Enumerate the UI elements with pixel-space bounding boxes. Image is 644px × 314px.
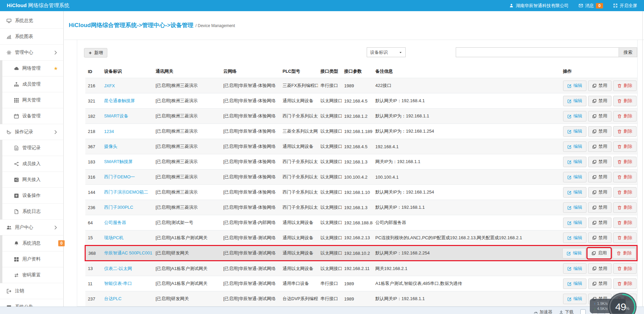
- edit-button[interactable]: 编辑: [563, 157, 586, 167]
- sidebar-item-management-records[interactable]: 管理记录: [0, 140, 63, 156]
- edit-button[interactable]: 编辑: [563, 187, 586, 198]
- device-name-link[interactable]: 1234: [104, 129, 114, 134]
- delete-button[interactable]: 删除: [613, 218, 637, 228]
- cell-remark: 默认网关IP：192.168.4.1: [373, 93, 560, 109]
- delete-button[interactable]: 删除: [613, 202, 637, 213]
- device-name-link[interactable]: 仪表二-以太网: [104, 266, 132, 271]
- sidebar-item-gateway-management[interactable]: 网关管理: [0, 92, 63, 108]
- delete-button[interactable]: 删除: [613, 232, 637, 243]
- sidebar-item-user-profile[interactable]: 用户资料: [0, 251, 63, 267]
- disable-button[interactable]: 禁用: [588, 218, 611, 228]
- delete-button[interactable]: 删除: [613, 126, 637, 137]
- messages-button[interactable]: 消息 0: [579, 3, 603, 9]
- cell-actions: 编辑禁用删除: [560, 185, 637, 200]
- disable-button[interactable]: 禁用: [588, 263, 611, 274]
- filter-field-select[interactable]: 设备标识: [367, 47, 406, 57]
- sidebar-item-member-access[interactable]: 成员接入: [0, 156, 63, 172]
- fullscreen-button[interactable]: 开启全屏: [613, 3, 637, 9]
- company-account[interactable]: 湖南华辰智通科技有限公司: [509, 3, 568, 9]
- edit-button[interactable]: 编辑: [563, 111, 586, 121]
- sidebar-item-device-operation[interactable]: 设备操作: [0, 188, 63, 204]
- device-name-link[interactable]: 昆仑通泰触摸屏: [104, 98, 135, 103]
- search-button[interactable]: 搜索: [619, 47, 637, 57]
- device-name-link[interactable]: SMART触摸屏: [104, 159, 133, 164]
- disable-button[interactable]: 禁用: [588, 232, 611, 243]
- delete-button[interactable]: 删除: [613, 157, 637, 167]
- delete-button[interactable]: 删除: [613, 278, 637, 289]
- cell-actions: 编辑禁用删除: [560, 93, 637, 109]
- edit-button[interactable]: 编辑: [563, 126, 586, 137]
- delete-button[interactable]: 删除: [613, 96, 637, 106]
- device-name-link[interactable]: 公司服务器: [104, 220, 126, 225]
- disable-button[interactable]: 禁用: [588, 187, 611, 198]
- edit-button[interactable]: 编辑: [563, 81, 586, 91]
- disable-button[interactable]: 禁用: [588, 141, 611, 152]
- device-name-link[interactable]: 西门子演示DEMO箱二: [104, 189, 148, 195]
- device-name-link[interactable]: 台达PLC: [104, 296, 122, 301]
- disable-button[interactable]: 禁用: [588, 157, 611, 167]
- browser-bar-download[interactable]: 下载: [559, 309, 574, 314]
- browser-bar-icon[interactable]: [580, 309, 586, 314]
- favorite-star-icon: ★: [53, 66, 58, 71]
- device-name-link[interactable]: 西门子300PLC: [104, 205, 133, 210]
- cell-id: 218: [85, 124, 102, 139]
- sidebar-item-password-reset[interactable]: 密码重置: [0, 267, 63, 283]
- device-name-link[interactable]: 摄像头: [104, 144, 117, 149]
- disable-button[interactable]: 禁用: [588, 81, 611, 91]
- sidebar-item-user-center[interactable]: 用户中心: [0, 220, 63, 236]
- device-name-link[interactable]: JXFX: [104, 83, 115, 88]
- sidebar-item-network-management[interactable]: 网络管理★: [0, 61, 63, 76]
- delete-button[interactable]: 删除: [613, 172, 637, 182]
- edit-button[interactable]: 编辑: [563, 263, 586, 274]
- scrollbar-track[interactable]: [642, 11, 643, 314]
- edit-button[interactable]: 编辑: [563, 232, 586, 243]
- sidebar-item-system-charts[interactable]: 系统图表: [0, 29, 63, 45]
- sidebar-item-logout[interactable]: 注销: [0, 283, 63, 299]
- sidebar-item-operation-records[interactable]: 操作记录: [0, 124, 63, 140]
- sidebar-item-system-logs[interactable]: 系统日志: [0, 204, 63, 220]
- device-name-link[interactable]: 西门子DEMO一: [104, 174, 135, 179]
- sidebar-item-device-management[interactable]: 设备管理: [0, 108, 63, 124]
- sidebar-item-gateway-access[interactable]: 网关接入: [0, 172, 63, 188]
- disable-button[interactable]: 禁用: [588, 172, 611, 182]
- edit-button[interactable]: 编辑: [563, 294, 586, 304]
- enable-button[interactable]: 启用: [587, 248, 611, 259]
- delete-button[interactable]: 删除: [613, 263, 637, 274]
- edit-button[interactable]: 编辑: [563, 172, 586, 182]
- delete-button[interactable]: 删除: [613, 187, 637, 198]
- page-subtitle: / Device Management: [195, 23, 235, 28]
- cell-cloud-network: [已启用]华辰智通-体验网络: [221, 93, 280, 109]
- edit-button[interactable]: 编辑: [563, 278, 586, 289]
- edit-button[interactable]: 编辑: [563, 218, 586, 228]
- disable-button[interactable]: 禁用: [588, 278, 611, 289]
- browser-bar-accelerator[interactable]: 加速器: [534, 309, 553, 314]
- delete-button[interactable]: 删除: [613, 111, 637, 121]
- edit-button[interactable]: 编辑: [563, 202, 586, 213]
- sidebar-item-member-management[interactable]: 成员管理: [0, 76, 63, 92]
- delete-button[interactable]: 删除: [613, 248, 636, 259]
- column-header-1: 设备标识: [102, 65, 153, 78]
- device-name-link[interactable]: SMART设备: [104, 113, 128, 118]
- sidebar-item-management-center[interactable]: 管理中心: [0, 45, 63, 61]
- device-name-link[interactable]: 现场PC机: [104, 235, 124, 240]
- disable-button[interactable]: 禁用: [588, 111, 611, 121]
- disable-button[interactable]: 禁用: [588, 202, 611, 213]
- edit-button[interactable]: 编辑: [563, 141, 586, 152]
- sidebar-item-system-overview[interactable]: 系统总览: [0, 13, 63, 29]
- delete-button[interactable]: 删除: [613, 81, 637, 91]
- edit-button[interactable]: 编辑: [563, 96, 586, 106]
- sidebar-item-system-messages[interactable]: 系统消息0: [0, 236, 63, 251]
- add-device-button[interactable]: 新增: [84, 48, 107, 58]
- search-input[interactable]: [456, 47, 619, 57]
- device-name-link[interactable]: 华辰智通AC 500PLC001: [104, 250, 152, 255]
- disable-button[interactable]: 禁用: [588, 96, 611, 106]
- chevron-right-icon: [52, 130, 59, 135]
- edit-button[interactable]: 编辑: [562, 248, 586, 259]
- sidebar-item-label: 设备管理: [22, 113, 41, 119]
- delete-button[interactable]: 删除: [613, 141, 637, 152]
- resource-percent-widget[interactable]: 49 %: [607, 291, 638, 314]
- disable-button[interactable]: 禁用: [588, 126, 611, 137]
- column-header-0: ID: [85, 65, 102, 78]
- device-name-link[interactable]: 智能仪表-串口: [104, 281, 132, 286]
- download-icon: [559, 310, 563, 314]
